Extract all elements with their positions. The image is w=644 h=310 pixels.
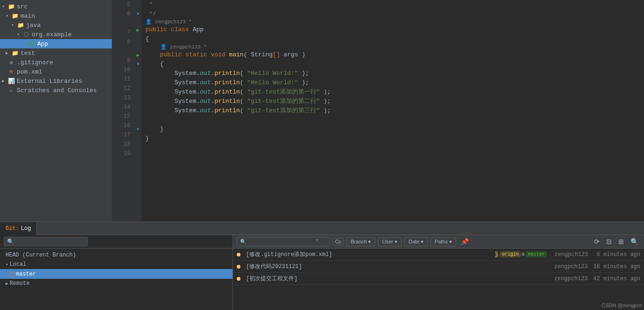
code-line-9: public static void main( String[] args ) xyxy=(145,50,640,60)
tree-item-gitignore[interactable]: ⚙ .gitignore xyxy=(0,58,112,67)
folder-icon-main: 📁 xyxy=(11,12,19,20)
commit-item-1[interactable]: [修改.gitignore添加pom.xml] ⟫ origin & maste… xyxy=(233,249,644,261)
split-button[interactable]: ⊞ xyxy=(617,237,626,246)
commit-graph-2 xyxy=(237,265,246,269)
code-line-10: { xyxy=(145,60,640,69)
tree-item-java[interactable]: ▾ 📁 java xyxy=(0,20,112,30)
commit-dot-1 xyxy=(237,253,240,256)
commit-dot-2 xyxy=(237,265,240,269)
git-left-panel: HEAD (Current Branch) ▾ Local ⎇ master ▶… xyxy=(0,235,233,310)
git-master-branch[interactable]: ⎇ master xyxy=(0,269,233,279)
code-line-14: System.out.println( "git-test添加的第二行" ); xyxy=(145,97,640,106)
branch-icon: ⎇ xyxy=(7,270,14,277)
code-line-19 xyxy=(145,143,640,153)
branch-tags-1: ⟫ origin & master xyxy=(495,250,547,258)
branch-filter-button[interactable]: Branch ▾ xyxy=(346,237,375,246)
head-label: HEAD (Current Branch) xyxy=(6,252,76,258)
code-line-7: public class App xyxy=(145,25,640,34)
tree-item-app[interactable]: C App xyxy=(0,39,112,48)
paths-chevron-icon: ▾ xyxy=(449,239,452,245)
svg-text:C: C xyxy=(30,42,34,47)
gitignore-icon: ⚙ xyxy=(7,59,15,66)
git-head[interactable]: HEAD (Current Branch) xyxy=(0,250,233,260)
code-editor[interactable]: 5 6 7 8 9 10 11 12 13 14 15 16 17 18 19 xyxy=(112,0,644,222)
git-tree-search[interactable] xyxy=(4,237,88,246)
bottom-content: HEAD (Current Branch) ▾ Local ⎇ master ▶… xyxy=(0,235,644,310)
libraries-icon: 📊 xyxy=(7,77,15,85)
commit-author-1: zengpch123 xyxy=(551,251,588,258)
commit-graph-1 xyxy=(237,253,246,256)
paths-label: Paths xyxy=(435,239,448,244)
java-class-icon: C xyxy=(28,40,35,47)
code-line-16 xyxy=(145,115,640,125)
commit-time-3: 42 minutes ago xyxy=(593,276,640,282)
run-arrow-7[interactable]: ▶ xyxy=(137,27,140,33)
bottom-panel: Git: Log HEAD (Current Branch) ▾ Local ⎇… xyxy=(0,222,644,310)
remote-label: Remote xyxy=(9,280,29,287)
code-line-17: } xyxy=(145,125,640,134)
tree-item-pom[interactable]: m pom.xml xyxy=(0,67,112,76)
bottom-tabs: Git: Log xyxy=(0,222,644,235)
git-tab[interactable]: Git: Log xyxy=(0,222,37,235)
tree-item-main[interactable]: ▾ 📁 main xyxy=(0,11,112,20)
master-tag: master xyxy=(526,251,547,257)
git-remote-group[interactable]: ▶ Remote xyxy=(0,279,233,288)
master-label: master xyxy=(16,271,36,277)
folder-icon-test: 📁 xyxy=(11,49,19,57)
code-content[interactable]: * */ 👤 zengpch123 * public class App { � xyxy=(142,0,644,222)
commit-item-2[interactable]: [修改代码20231121] zengpch123 16 minutes ago xyxy=(233,261,644,273)
line-numbers: 5 6 7 8 9 10 11 12 13 14 15 16 17 18 19 xyxy=(112,0,134,222)
folder-icon-java: 📁 xyxy=(17,21,24,29)
tag-arrows-icon: ⟫ xyxy=(495,250,499,258)
git-right-panel: 🔍 * Cc Branch ▾ User ▾ Date ▾ xyxy=(233,235,644,310)
folder-icon: 📁 xyxy=(7,3,15,10)
find-button[interactable]: 🔍 xyxy=(629,237,640,246)
commit-message-1: [修改.gitignore添加pom.xml] xyxy=(246,250,495,258)
search-icon: 🔍 xyxy=(240,239,247,245)
user-chevron-icon: ▾ xyxy=(395,239,397,245)
git-log-label: Log xyxy=(21,225,31,232)
date-chevron-icon: ▾ xyxy=(421,239,424,245)
tree-item-scratches[interactable]: ✏ Scratches and Consoles xyxy=(0,86,112,95)
git-label: Git: xyxy=(6,225,19,232)
tree-item-src[interactable]: ▾ 📁 src xyxy=(0,2,112,11)
refresh-button[interactable]: ⟳ xyxy=(592,237,602,246)
tree-item-ext-libs[interactable]: ▶ 📊 External Libraries xyxy=(0,76,112,86)
asterisk-symbol: * xyxy=(315,238,319,245)
git-toolbar: 🔍 * Cc Branch ▾ User ▾ Date ▾ xyxy=(233,235,644,249)
user-label: User xyxy=(382,239,393,244)
commit-dot-3 xyxy=(237,277,240,281)
commit-item-3[interactable]: [初次提交工程文件] zengpch123 42 minutes ago xyxy=(233,273,644,285)
code-line-11: System.out.println( "Hello World!" ); xyxy=(145,69,640,78)
package-icon: ⬡ xyxy=(22,31,30,38)
tree-item-test[interactable]: ▶ 📁 test xyxy=(0,48,112,58)
commit-list: [修改.gitignore添加pom.xml] ⟫ origin & maste… xyxy=(233,249,644,310)
pom-icon: m xyxy=(7,68,15,75)
code-line-5: * xyxy=(145,0,640,9)
git-search-bar xyxy=(0,235,233,249)
commit-graph-3 xyxy=(237,277,246,281)
commit-message-2: [修改代码20231121] xyxy=(246,263,550,270)
git-local-group[interactable]: ▾ Local xyxy=(0,260,233,269)
collapse-button[interactable]: ⊟ xyxy=(604,237,614,246)
commit-author-3: zengpch123 xyxy=(550,276,588,282)
run-arrow-9[interactable]: ▶ xyxy=(137,52,140,58)
project-tree: ▾ 📁 src ▾ 📁 main ▾ 📁 java ▾ ⬡ org.exampl xyxy=(0,0,112,222)
code-line-13: System.out.println( "git-test添加的第一行" ); xyxy=(145,88,640,97)
code-line-12: System.out.println( "Hello World!" ); xyxy=(145,78,640,88)
pin-button[interactable]: 📌 xyxy=(459,237,471,246)
code-line-8: { xyxy=(145,34,640,44)
local-label: Local xyxy=(9,261,26,268)
user-filter-button[interactable]: User ▾ xyxy=(378,237,401,246)
editor-area: 5 6 7 8 9 10 11 12 13 14 15 16 17 18 19 xyxy=(112,0,644,222)
date-filter-button[interactable]: Date ▾ xyxy=(404,237,428,246)
date-label: Date xyxy=(409,239,419,244)
paths-filter-button[interactable]: Paths ▾ xyxy=(431,237,456,246)
commit-search-input[interactable] xyxy=(248,238,314,245)
tree-item-org-example[interactable]: ▾ ⬡ org.example xyxy=(0,30,112,39)
code-line-18: } xyxy=(145,134,640,143)
cc-button[interactable]: Cc xyxy=(333,238,343,245)
commit-message-3: [初次提交工程文件] xyxy=(246,275,550,283)
editor-gutter: ● ▶ ▶ ● ● xyxy=(134,0,142,222)
code-line-15: System.out.println( "git-test添加的第三行" ); xyxy=(145,106,640,115)
